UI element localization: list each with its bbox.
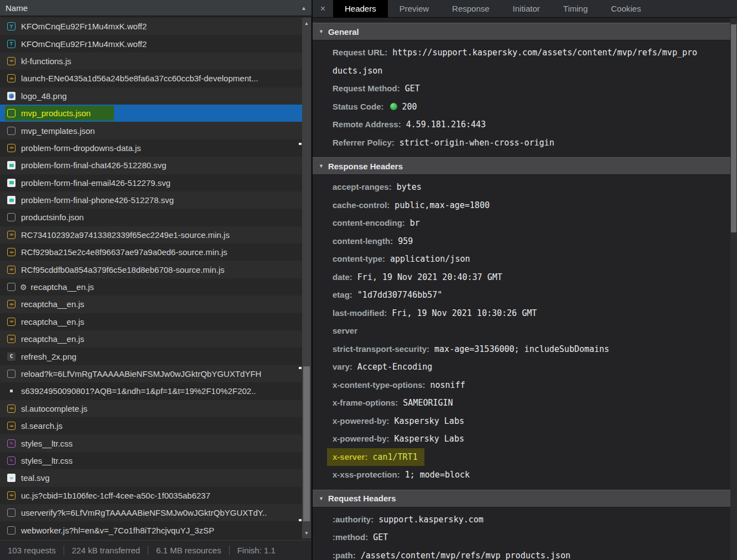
header-value: can1/TRT1 bbox=[372, 452, 417, 462]
section-header-general[interactable]: ▼General bbox=[313, 23, 730, 40]
request-row[interactable]: problem-form-final-phone426-512278.svg bbox=[0, 191, 302, 209]
request-row[interactable]: <>problem-form-dropdowns-data.js bbox=[0, 139, 302, 157]
request-row[interactable]: <>RC734102392a97413382339f65ec2249e1-sou… bbox=[0, 226, 302, 243]
tab-preview[interactable]: Preview bbox=[388, 0, 440, 18]
request-row[interactable]: ≈teal.svg bbox=[0, 469, 302, 486]
request-row-content: <>kl-functions.js bbox=[7, 54, 71, 69]
request-row[interactable]: <>sl.search.js bbox=[0, 417, 302, 434]
request-row[interactable]: logo_48.png bbox=[0, 87, 302, 105]
request-row-content: <>RCf929ba215e2c4e8f96637ae97a9a0ed6-sou… bbox=[7, 245, 227, 260]
header-value: Accept-Encoding bbox=[357, 362, 432, 372]
request-name: mvp_templates.json bbox=[21, 126, 95, 136]
request-row[interactable]: <>uc.js?cbid=1b106fec-1cff-4cee-a50c-1f0… bbox=[0, 487, 302, 504]
section-header-response-headers[interactable]: ▼Response Headers bbox=[313, 157, 730, 175]
scrollbar-thumb[interactable] bbox=[303, 366, 310, 521]
document-file-icon bbox=[7, 213, 15, 221]
request-row[interactable]: reload?k=6LfVmRgTAAAAABieNFSMJw0wJGktrQb… bbox=[0, 365, 302, 382]
script-file-icon: <> bbox=[7, 405, 15, 413]
request-row[interactable]: problem-form-final-email426-512279.svg bbox=[0, 174, 302, 191]
request-row[interactable]: <>recaptcha__en.js bbox=[0, 330, 302, 348]
headers-scrollbar[interactable] bbox=[730, 18, 737, 560]
script-file-icon: <> bbox=[7, 248, 15, 256]
summary-item: Finish: 1.1 bbox=[237, 546, 276, 555]
script-file-icon: <> bbox=[7, 491, 15, 500]
script-file-icon: <> bbox=[7, 144, 15, 152]
request-list-scrollbar[interactable]: ▲ ▼ bbox=[302, 18, 311, 538]
header-name: content-length: bbox=[333, 236, 393, 246]
collapse-arrow-icon: ▼ bbox=[319, 29, 324, 34]
header-value: SAMEORIGIN bbox=[403, 398, 453, 408]
request-row[interactable]: TKFOmCnqEu92Fr1Mu4mxK.woff2 bbox=[0, 18, 302, 35]
request-name: sl.search.js bbox=[21, 421, 63, 431]
request-row[interactable]: <>RCf929ba215e2c4e8f96637ae97a9a0ed6-sou… bbox=[0, 243, 302, 261]
request-name: sl.autocomplete.js bbox=[21, 404, 87, 413]
request-row-content: TKFOmCnqEu92Fr1Mu4mxK.woff2 bbox=[7, 37, 147, 51]
font-file-icon: T bbox=[7, 22, 15, 30]
request-row[interactable]: <>sl.autocomplete.js bbox=[0, 400, 302, 417]
tab-response[interactable]: Response bbox=[440, 0, 501, 18]
summary-separator bbox=[229, 546, 230, 555]
script-file-icon: <> bbox=[7, 57, 15, 65]
scroll-up-icon[interactable]: ▲ bbox=[302, 19, 311, 28]
close-icon[interactable]: × bbox=[313, 0, 333, 18]
request-row-content: mvp_products.json bbox=[5, 106, 114, 121]
image-thumbnail-icon: ≈ bbox=[7, 474, 15, 482]
tab-timing[interactable]: Timing bbox=[552, 0, 599, 18]
header-name: :authority: bbox=[333, 515, 373, 524]
scroll-down-icon[interactable]: ▼ bbox=[302, 528, 311, 537]
request-row-content: Crefresh_2x.png bbox=[7, 349, 76, 364]
header-row: vary:Accept-Encoding bbox=[313, 358, 730, 376]
request-row-content: <>sl.autocomplete.js bbox=[7, 401, 87, 416]
request-detail-panel: × HeadersPreviewResponseInitiatorTimingC… bbox=[313, 0, 737, 560]
tab-initiator[interactable]: Initiator bbox=[501, 0, 552, 18]
header-value: public,max-age=1800 bbox=[395, 200, 490, 210]
script-file-icon: <> bbox=[7, 74, 15, 82]
header-name: Status Code: bbox=[333, 102, 384, 111]
header-value: strict-origin-when-cross-origin bbox=[399, 138, 554, 148]
tab-headers[interactable]: Headers bbox=[333, 0, 388, 18]
request-row[interactable]: TKFOmCnqEu92Fr1Mu4mxK.woff2 bbox=[0, 35, 302, 52]
header-value: GET bbox=[373, 532, 388, 542]
request-name: KFOmCnqEu92Fr1Mu4mxK.woff2 bbox=[21, 22, 147, 31]
request-row[interactable]: productsinfo.json bbox=[0, 209, 302, 226]
stylesheet-file-icon: ✎ bbox=[7, 457, 15, 465]
section-header-request-headers[interactable]: ▼Request Headers bbox=[313, 490, 730, 507]
section-title: Response Headers bbox=[328, 162, 403, 171]
search-result-marker bbox=[299, 143, 302, 145]
request-row-content: ⚙recaptcha__en.js bbox=[7, 279, 94, 294]
name-column-label: Name bbox=[6, 3, 28, 13]
request-row[interactable]: <>recaptcha__en.js bbox=[0, 295, 302, 313]
request-row-content: logo_48.png bbox=[7, 89, 67, 103]
request-row[interactable]: ✎styles__ltr.css bbox=[0, 452, 302, 469]
request-row[interactable]: Crefresh_2x.png bbox=[0, 348, 302, 365]
summary-separator bbox=[148, 546, 148, 555]
name-column-header[interactable]: Name ▲ bbox=[0, 0, 312, 17]
search-result-marker bbox=[299, 519, 302, 521]
request-row[interactable]: webworker.js?hl=en&v=_7Co1fh8iT2hcjvquYJ… bbox=[0, 521, 302, 538]
network-summary-bar: 103 requests224 kB transferred6.1 MB res… bbox=[0, 540, 312, 560]
header-value: Kaspersky Labs bbox=[395, 416, 464, 426]
request-row-content: <>recaptcha__en.js bbox=[7, 331, 84, 346]
tab-cookies[interactable]: Cookies bbox=[599, 0, 652, 18]
font-file-icon: T bbox=[7, 40, 15, 48]
request-row[interactable]: s63924950090801?AQB=1&ndh=1&pf=1&t=19%2F… bbox=[0, 382, 302, 400]
request-row[interactable]: problem-form-final-chat426-512280.svg bbox=[0, 157, 302, 174]
header-row: x-server:can1/TRT1 bbox=[313, 448, 730, 466]
image-thumbnail-icon bbox=[7, 196, 15, 204]
request-row[interactable]: <>RCf95cddfb0a854a379f6c5e18d8eb6708-sou… bbox=[0, 261, 302, 278]
request-row[interactable]: userverify?k=6LfVmRgTAAAAABieNFSMJw0wJGk… bbox=[0, 504, 302, 521]
header-value: bytes bbox=[397, 182, 422, 192]
headers-scrollbar-thumb[interactable] bbox=[731, 24, 736, 232]
request-name: recaptcha__en.js bbox=[31, 282, 94, 292]
request-row[interactable]: <>kl-functions.js bbox=[0, 53, 302, 70]
request-row[interactable]: mvp_templates.json bbox=[0, 122, 302, 139]
request-row-content: <>recaptcha__en.js bbox=[7, 297, 84, 312]
script-file-icon: <> bbox=[7, 300, 15, 308]
request-row[interactable]: <>launch-ENe0435a1d56a24b5e8fa6a37cc60cc… bbox=[0, 70, 302, 87]
request-row[interactable]: ⚙recaptcha__en.js bbox=[0, 278, 302, 295]
header-name: date: bbox=[333, 272, 352, 282]
header-row: Remote Address:4.59.181.216:443 bbox=[313, 116, 730, 134]
request-row[interactable]: mvp_products.json bbox=[0, 105, 302, 122]
request-row[interactable]: <>recaptcha__en.js bbox=[0, 313, 302, 330]
request-row[interactable]: ✎styles__ltr.css bbox=[0, 434, 302, 452]
